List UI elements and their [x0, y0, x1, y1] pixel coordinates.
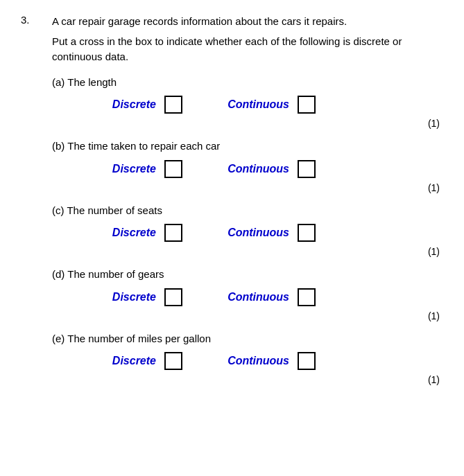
marks-c: (1) — [428, 246, 440, 257]
discrete-label-d: Discrete — [94, 291, 156, 303]
continuous-checkbox-e[interactable] — [298, 352, 316, 370]
sub-question-b: (b) The time taken to repair each car Di… — [52, 139, 443, 193]
discrete-label-a: Discrete — [94, 98, 156, 111]
sub-label-e: (e) The number of miles per gallon — [52, 331, 443, 347]
answer-row-b: Discrete Continuous — [94, 160, 443, 178]
discrete-checkbox-d[interactable] — [164, 288, 182, 306]
marks-b: (1) — [428, 182, 440, 193]
sub-label-c: (c) The number of seats — [52, 203, 443, 219]
continuous-label-b: Continuous — [227, 163, 289, 175]
sub-question-a: (a) The length Discrete Continuous (1) — [52, 75, 443, 130]
sub-label-b: (b) The time taken to repair each car — [52, 139, 443, 155]
marks-row-e: (1) — [52, 374, 443, 385]
sub-question-c: (c) The number of seats Discrete Continu… — [52, 203, 443, 258]
intro-text-2: Put a cross in the box to indicate wheth… — [52, 34, 443, 65]
continuous-checkbox-c[interactable] — [298, 224, 316, 242]
marks-e: (1) — [428, 374, 440, 385]
marks-d: (1) — [428, 310, 440, 321]
sub-question-d: (d) The number of gears Discrete Continu… — [52, 267, 443, 321]
discrete-checkbox-b[interactable] — [164, 160, 182, 178]
discrete-label-e: Discrete — [94, 355, 156, 367]
sub-label-a: (a) The length — [52, 75, 443, 91]
question-container: 3. A car repair garage records informati… — [21, 14, 443, 385]
marks-row-d: (1) — [52, 310, 443, 321]
continuous-checkbox-b[interactable] — [298, 160, 316, 178]
continuous-label-c: Continuous — [227, 227, 289, 239]
sub-label-d: (d) The number of gears — [52, 267, 443, 283]
answer-row-e: Discrete Continuous — [94, 352, 443, 370]
discrete-checkbox-c[interactable] — [164, 224, 182, 242]
continuous-label-e: Continuous — [227, 355, 289, 367]
continuous-label-a: Continuous — [227, 98, 289, 111]
question-number: 3. — [21, 14, 38, 385]
continuous-checkbox-a[interactable] — [298, 96, 316, 114]
marks-row-b: (1) — [52, 182, 443, 193]
sub-question-e: (e) The number of miles per gallon Discr… — [52, 331, 443, 386]
question-body: A car repair garage records information … — [52, 14, 443, 385]
marks-row-c: (1) — [52, 246, 443, 257]
discrete-label-b: Discrete — [94, 163, 156, 175]
discrete-checkbox-a[interactable] — [164, 96, 182, 114]
continuous-checkbox-d[interactable] — [298, 288, 316, 306]
discrete-checkbox-e[interactable] — [164, 352, 182, 370]
continuous-label-d: Continuous — [227, 291, 289, 303]
answer-row-c: Discrete Continuous — [94, 224, 443, 242]
answer-row-d: Discrete Continuous — [94, 288, 443, 306]
marks-a: (1) — [428, 118, 440, 129]
marks-row-a: (1) — [52, 118, 443, 129]
intro-text-1: A car repair garage records information … — [52, 14, 443, 30]
discrete-label-c: Discrete — [94, 227, 156, 239]
answer-row-a: Discrete Continuous — [94, 96, 443, 114]
